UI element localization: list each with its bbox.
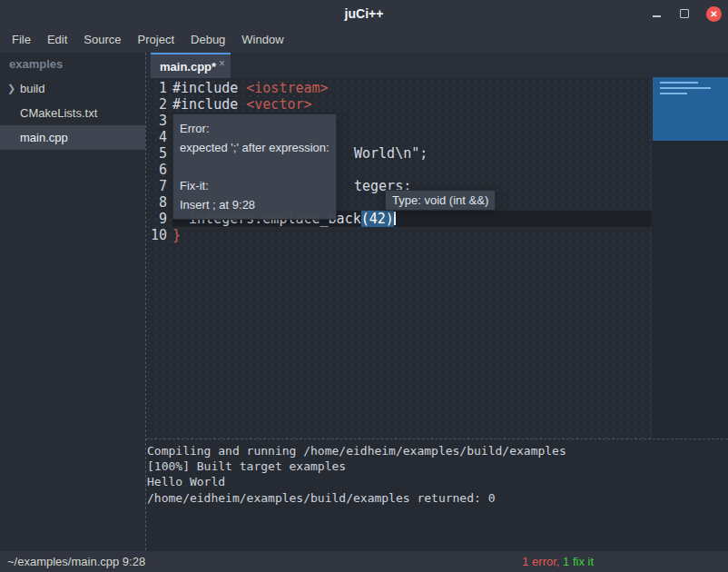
status-diagnostics: 1 error, 1 fix it (522, 551, 594, 572)
code-line-1[interactable]: 1#include <iostream> (145, 80, 728, 96)
line-number: 2 (145, 96, 167, 113)
tab-close-icon[interactable]: × (219, 57, 225, 70)
code-token: <vector> (246, 96, 311, 113)
window-title: juCi++ (345, 6, 384, 21)
sidebar: examples ❯buildCMakeLists.txtmain.cpp (0, 53, 145, 550)
line-number: 4 (145, 129, 167, 145)
status-fixit-count: 1 fix it (559, 555, 594, 568)
tree-item-label: CMakeLists.txt (20, 106, 97, 120)
close-button[interactable]: ✕ (706, 6, 722, 22)
line-number: 7 (145, 178, 167, 194)
window-controls: ✕ (650, 0, 722, 27)
terminal-line: [100%] Built target examples (147, 459, 728, 474)
tabbar: main.cpp*× (145, 53, 728, 78)
restore-icon (680, 9, 689, 18)
editor-overview-thumbnail (653, 77, 728, 141)
editor[interactable]: 1#include <iostream>2#include <vector>34… (145, 78, 728, 439)
diagnostic-tooltip: Error:expected ';' after expression:Fix-… (172, 113, 337, 220)
tooltip-line: Error: (180, 119, 330, 138)
tree-item-label: main.cpp (20, 131, 68, 144)
code-line-2[interactable]: 2#include <vector> (145, 96, 728, 113)
terminal-line: Hello World (147, 474, 728, 489)
close-icon: ✕ (710, 6, 717, 22)
status-error-count: 1 error, (522, 555, 559, 568)
sidebar-tree: ❯buildCMakeLists.txtmain.cpp (0, 76, 145, 150)
terminal-line: /home/eidheim/examples/build/examples re… (147, 490, 728, 506)
code-token: } (172, 227, 181, 243)
code-token: #include (172, 96, 246, 113)
tree-item-label: build (20, 82, 44, 95)
tree-item-build[interactable]: ❯build (0, 76, 145, 101)
code-line-10[interactable]: 10} (145, 227, 728, 243)
line-number: 10 (145, 227, 167, 243)
code-text[interactable]: #include <vector> (172, 96, 652, 113)
chevron-right-icon[interactable]: ❯ (7, 83, 20, 94)
code-text[interactable]: #include <iostream> (172, 80, 652, 96)
status-location: ~/examples/main.cpp 9:28 (7, 551, 145, 572)
line-number: 3 (145, 113, 167, 129)
minimize-icon (653, 15, 661, 17)
line-number: 1 (145, 80, 167, 96)
code-text[interactable]: } (172, 227, 652, 243)
line-number: 8 (145, 194, 167, 211)
line-number: 5 (145, 145, 167, 162)
statusbar: ~/examples/main.cpp 9:28 1 error, 1 fix … (0, 550, 728, 572)
code-token: World\n"; (354, 145, 428, 162)
minimize-button[interactable] (650, 7, 663, 20)
line-number: 6 (145, 162, 167, 178)
sidebar-header: examples (0, 53, 145, 76)
terminal-line: Compiling and running /home/eidheim/exam… (147, 443, 728, 459)
titlebar: juCi++ ✕ (0, 0, 728, 27)
tooltip-line: Fix-it: (180, 176, 330, 195)
line-number: 9 (145, 211, 167, 227)
type-tooltip: Type: void (int &&) (385, 190, 496, 211)
terminal-output[interactable]: Compiling and running /home/eidheim/exam… (145, 439, 728, 550)
tree-item-main-cpp[interactable]: main.cpp (0, 125, 145, 150)
menu-item-source[interactable]: Source (75, 27, 129, 53)
tree-item-cmakelists-txt[interactable]: CMakeLists.txt (0, 101, 145, 125)
pane-divider[interactable] (145, 53, 146, 550)
code-token: #include (172, 80, 246, 96)
tab-main-cpp-[interactable]: main.cpp*× (151, 53, 231, 78)
tab-label: main.cpp* (160, 60, 216, 74)
tooltip-line: Insert ; at 9:28 (180, 195, 330, 214)
code-token: <iostream> (246, 80, 328, 96)
menu-item-edit[interactable]: Edit (39, 27, 75, 53)
menu-item-project[interactable]: Project (130, 27, 182, 53)
restore-button[interactable] (678, 7, 691, 20)
menu-item-window[interactable]: Window (233, 27, 291, 53)
tooltip-line (180, 157, 330, 176)
tooltip-line: expected ';' after expression: (180, 138, 330, 157)
menu-item-file[interactable]: File (4, 27, 39, 53)
menu-item-debug[interactable]: Debug (182, 27, 233, 53)
text-cursor (394, 212, 396, 225)
code-token: (42) (361, 211, 394, 227)
menubar: FileEditSourceProjectDebugWindow (0, 27, 728, 53)
